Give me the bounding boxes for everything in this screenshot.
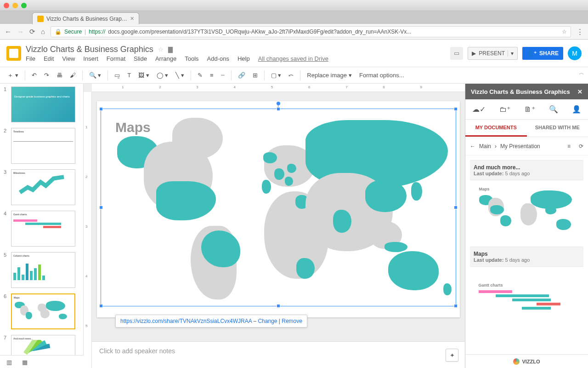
close-tab-icon[interactable]: ✕ [130, 16, 134, 22]
shape-icon[interactable]: ◯ ▾ [154, 70, 171, 80]
card-title: Maps [474, 251, 580, 257]
slide-thumb-6[interactable]: Maps [11, 293, 75, 329]
reload-icon[interactable]: ⟳ [29, 28, 35, 36]
redo-icon[interactable]: ↷ [41, 70, 52, 80]
remove-link[interactable]: Remove [282, 318, 302, 324]
menu-view[interactable]: View [62, 55, 75, 62]
back-arrow-icon[interactable]: ← [470, 143, 475, 150]
select-tool-icon[interactable]: ▭̱ [112, 70, 123, 80]
present-dropdown-icon[interactable]: ▾ [508, 50, 514, 57]
menu-bar: File Edit View Insert Format Slide Arran… [26, 55, 328, 62]
doc-card[interactable]: And much more...Last update: 5 days ago … [470, 160, 583, 240]
doc-title[interactable]: Vizzlo Charts & Business Graphics [26, 45, 153, 54]
resize-handle-tr[interactable] [454, 107, 458, 111]
resize-handle-bm[interactable] [277, 304, 280, 308]
crop-icon[interactable]: ▢ ▾ [268, 70, 284, 80]
account-avatar[interactable]: M [568, 46, 582, 60]
zoom-icon[interactable]: 🔍 ▾ [86, 70, 104, 80]
share-button[interactable]: 👤⁺ SHARE [522, 47, 563, 60]
share-link[interactable]: https://vizzlo.com/share/TVNAkVznSsiaLCv… [120, 318, 252, 324]
menu-help[interactable]: Help [237, 55, 250, 62]
new-doc-icon[interactable]: 🗎⁺ [524, 105, 535, 114]
change-link[interactable]: Change [258, 318, 277, 324]
document-list[interactable]: And much more...Last update: 5 days ago … [465, 155, 588, 354]
menu-format[interactable]: Format [107, 55, 125, 62]
slide-thumb-3[interactable]: Milestones [11, 169, 75, 205]
crumb-pres[interactable]: My Presentation [500, 143, 540, 150]
search-icon[interactable]: 🔍 [549, 105, 558, 114]
sort-icon[interactable]: ≡ [567, 143, 571, 150]
grid-view-icon[interactable]: ▦ [22, 359, 28, 365]
print-icon[interactable]: 🖶 [54, 70, 65, 80]
filmstrip-view-icon[interactable]: ▥ [6, 359, 13, 365]
refresh-icon[interactable]: ⟳ [579, 143, 583, 150]
forward-icon[interactable]: → [17, 28, 24, 35]
reset-image-icon[interactable]: ⤺ [286, 70, 296, 80]
star-doc-icon[interactable]: ☆ [158, 46, 164, 53]
speaker-notes[interactable]: Click to add speaker notes [92, 341, 465, 368]
slide-thumb-4[interactable]: Gantt charts [11, 211, 75, 247]
slide-filmstrip[interactable]: 1 Designer-grade business graphics and c… [0, 84, 84, 368]
slide-thumb-1[interactable]: Designer-grade business graphics and cha… [11, 86, 75, 122]
link-icon[interactable]: 🔗 [235, 70, 248, 80]
textbox-icon[interactable]: T [124, 70, 134, 80]
resize-handle-bl[interactable] [99, 304, 103, 308]
border-weight-icon[interactable]: ≡ [207, 70, 216, 80]
menu-tools[interactable]: Tools [185, 55, 198, 62]
mac-close[interactable] [4, 3, 9, 8]
menu-slide[interactable]: Slide [134, 55, 147, 62]
comments-button[interactable]: ▭ [450, 47, 463, 60]
mac-min[interactable] [12, 3, 18, 8]
doc-card[interactable]: MapsLast update: 5 days ago Gantt charts [470, 247, 583, 327]
slides-logo-icon[interactable] [6, 46, 21, 61]
account-icon[interactable]: 👤 [572, 105, 581, 114]
resize-handle-ml[interactable] [99, 206, 103, 209]
url-text: docs.google.com/presentation/d/137YT3i1V… [108, 29, 411, 35]
menu-addons[interactable]: Add-ons [207, 55, 229, 62]
pen-icon[interactable]: ✎ [195, 70, 205, 80]
menu-insert[interactable]: Insert [83, 55, 98, 62]
explore-button[interactable]: ✦ [446, 349, 458, 362]
move-folder-icon[interactable]: ▇ [168, 46, 173, 53]
selection-frame[interactable] [101, 109, 456, 306]
border-dash-icon[interactable]: ┄ [218, 70, 227, 80]
menu-edit[interactable]: Edit [44, 55, 54, 62]
resize-handle-mr[interactable] [454, 206, 458, 209]
resize-handle-tl[interactable] [99, 107, 103, 111]
collapse-toolbar-icon[interactable]: ︿ [579, 69, 584, 77]
home-icon[interactable]: ⌂ [41, 28, 45, 35]
mac-max[interactable] [21, 3, 27, 8]
format-options-button[interactable]: Format options... [356, 70, 407, 80]
menu-arrange[interactable]: Arrange [155, 55, 176, 62]
browser-tab[interactable]: Vizzlo Charts & Business Grap… ✕ [32, 12, 139, 24]
crumb-main[interactable]: Main [479, 143, 491, 150]
play-icon: ▶ [472, 50, 476, 57]
paint-format-icon[interactable]: 🖌 [67, 70, 79, 80]
slide-canvas[interactable]: Maps [97, 101, 460, 317]
address-bar[interactable]: 🔒 Secure | https://docs.google.com/prese… [51, 26, 571, 37]
image-icon[interactable]: 🖼 ▾ [136, 70, 152, 80]
slide-thumb-5[interactable]: Column charts [11, 252, 75, 288]
undo-icon[interactable]: ↶ [29, 70, 40, 80]
new-folder-icon[interactable]: 🗀⁺ [499, 105, 510, 114]
new-slide-button[interactable]: ＋ ▾ [5, 69, 21, 81]
rotate-handle[interactable] [277, 102, 280, 105]
present-button[interactable]: ▶ PRESENT ▾ [468, 47, 518, 60]
resize-handle-tm[interactable] [277, 107, 280, 111]
tab-my-documents[interactable]: MY DOCUMENTS [465, 120, 527, 137]
addon-footer: VIZZLO [465, 354, 588, 368]
replace-image-dropdown[interactable]: Replace image ▾ [304, 70, 355, 80]
bookmark-star-icon[interactable]: ☆ [562, 29, 567, 35]
slide-thumb-2[interactable]: Timelines [11, 128, 75, 164]
cloud-sync-icon[interactable]: ☁✓ [472, 105, 486, 114]
back-icon[interactable]: ← [5, 28, 11, 35]
thumb-number: 2 [4, 128, 8, 164]
close-panel-icon[interactable]: ✕ [577, 88, 582, 95]
chrome-menu-icon[interactable]: ⋮ [577, 28, 583, 36]
comment-icon[interactable]: ⊞ [250, 70, 260, 80]
menu-file[interactable]: File [26, 55, 35, 62]
resize-handle-br[interactable] [454, 304, 458, 308]
addon-title: Vizzlo Charts & Business Graphics [471, 88, 570, 95]
tab-shared[interactable]: SHARED WITH ME [527, 120, 588, 137]
line-icon[interactable]: ╲ ▾ [173, 70, 187, 80]
